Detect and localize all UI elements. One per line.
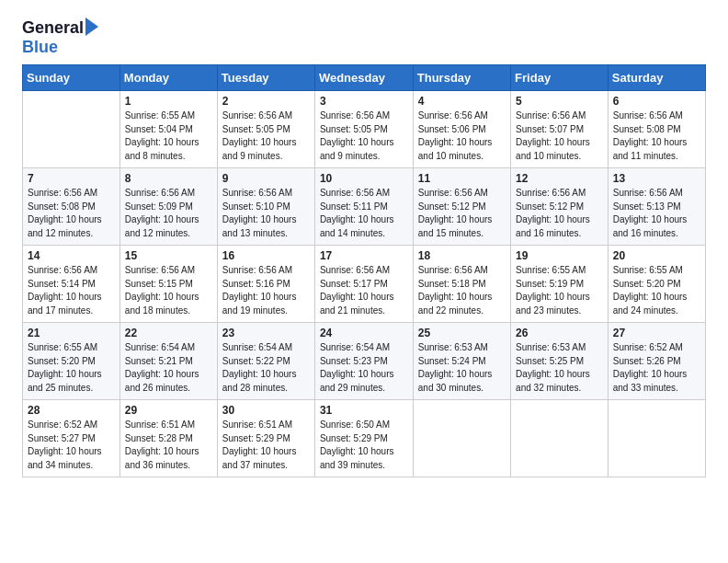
day-info: Sunrise: 6:56 AMSunset: 5:06 PMDaylight:… <box>418 109 506 163</box>
day-number: 14 <box>28 249 115 262</box>
calendar-cell: 8Sunrise: 6:56 AMSunset: 5:09 PMDaylight… <box>119 168 217 246</box>
calendar-cell: 13Sunrise: 6:56 AMSunset: 5:13 PMDayligh… <box>608 168 705 246</box>
day-info: Sunrise: 6:56 AMSunset: 5:05 PMDaylight:… <box>320 109 408 163</box>
calendar-cell: 22Sunrise: 6:54 AMSunset: 5:21 PMDayligh… <box>119 323 217 400</box>
calendar-day-header: Tuesday <box>217 65 314 91</box>
day-number: 9 <box>222 172 310 185</box>
calendar-cell: 30Sunrise: 6:51 AMSunset: 5:29 PMDayligh… <box>217 400 314 477</box>
day-number: 19 <box>516 249 603 262</box>
day-number: 24 <box>320 327 408 339</box>
calendar-cell: 25Sunrise: 6:53 AMSunset: 5:24 PMDayligh… <box>413 323 510 400</box>
day-number: 25 <box>418 327 506 339</box>
calendar-cell: 14Sunrise: 6:56 AMSunset: 5:14 PMDayligh… <box>23 246 120 323</box>
calendar-cell: 16Sunrise: 6:56 AMSunset: 5:16 PMDayligh… <box>217 246 314 323</box>
day-info: Sunrise: 6:55 AMSunset: 5:19 PMDaylight:… <box>516 264 603 317</box>
day-info: Sunrise: 6:54 AMSunset: 5:22 PMDaylight:… <box>222 341 310 395</box>
calendar-day-header: Wednesday <box>314 65 413 91</box>
day-number: 16 <box>222 249 310 262</box>
day-info: Sunrise: 6:56 AMSunset: 5:17 PMDaylight:… <box>320 264 408 317</box>
calendar-cell: 2Sunrise: 6:56 AMSunset: 5:05 PMDaylight… <box>217 91 314 168</box>
calendar-table: SundayMondayTuesdayWednesdayThursdayFrid… <box>22 64 706 477</box>
calendar-cell: 1Sunrise: 6:55 AMSunset: 5:04 PMDaylight… <box>119 91 217 168</box>
logo-arrow-icon <box>85 17 98 36</box>
calendar-cell <box>608 400 705 477</box>
day-info: Sunrise: 6:56 AMSunset: 5:05 PMDaylight:… <box>222 109 310 163</box>
day-info: Sunrise: 6:55 AMSunset: 5:20 PMDaylight:… <box>28 341 115 395</box>
day-number: 10 <box>320 172 408 185</box>
day-number: 22 <box>125 327 212 339</box>
day-number: 4 <box>418 95 506 108</box>
day-info: Sunrise: 6:51 AMSunset: 5:29 PMDaylight:… <box>222 419 310 472</box>
day-info: Sunrise: 6:55 AMSunset: 5:04 PMDaylight:… <box>125 109 212 163</box>
day-number: 27 <box>613 327 700 339</box>
calendar-cell: 10Sunrise: 6:56 AMSunset: 5:11 PMDayligh… <box>314 168 413 246</box>
day-number: 30 <box>222 404 310 417</box>
calendar-cell: 11Sunrise: 6:56 AMSunset: 5:12 PMDayligh… <box>413 168 510 246</box>
calendar-cell: 23Sunrise: 6:54 AMSunset: 5:22 PMDayligh… <box>217 323 314 400</box>
calendar-cell: 12Sunrise: 6:56 AMSunset: 5:12 PMDayligh… <box>511 168 609 246</box>
day-info: Sunrise: 6:54 AMSunset: 5:23 PMDaylight:… <box>320 341 408 395</box>
day-number: 8 <box>125 172 212 185</box>
calendar-day-header: Saturday <box>608 65 705 91</box>
day-info: Sunrise: 6:50 AMSunset: 5:29 PMDaylight:… <box>320 419 408 472</box>
calendar-day-header: Thursday <box>413 65 510 91</box>
day-info: Sunrise: 6:56 AMSunset: 5:12 PMDaylight:… <box>418 187 506 240</box>
day-info: Sunrise: 6:51 AMSunset: 5:28 PMDaylight:… <box>125 419 212 472</box>
calendar-week-row: 1Sunrise: 6:55 AMSunset: 5:04 PMDaylight… <box>23 91 706 168</box>
day-info: Sunrise: 6:56 AMSunset: 5:12 PMDaylight:… <box>516 187 603 240</box>
calendar-cell: 27Sunrise: 6:52 AMSunset: 5:26 PMDayligh… <box>608 323 705 400</box>
calendar-cell: 4Sunrise: 6:56 AMSunset: 5:06 PMDaylight… <box>413 91 510 168</box>
calendar-week-row: 14Sunrise: 6:56 AMSunset: 5:14 PMDayligh… <box>23 246 706 323</box>
calendar-cell <box>511 400 609 477</box>
calendar-cell <box>413 400 510 477</box>
day-info: Sunrise: 6:56 AMSunset: 5:08 PMDaylight:… <box>28 187 115 240</box>
day-info: Sunrise: 6:52 AMSunset: 5:27 PMDaylight:… <box>28 419 115 472</box>
day-info: Sunrise: 6:56 AMSunset: 5:15 PMDaylight:… <box>125 264 212 317</box>
day-number: 21 <box>28 327 115 339</box>
calendar-cell: 3Sunrise: 6:56 AMSunset: 5:05 PMDaylight… <box>314 91 413 168</box>
day-number: 15 <box>125 249 212 262</box>
day-number: 23 <box>222 327 310 339</box>
day-info: Sunrise: 6:56 AMSunset: 5:10 PMDaylight:… <box>222 187 310 240</box>
calendar-week-row: 28Sunrise: 6:52 AMSunset: 5:27 PMDayligh… <box>23 400 706 477</box>
day-info: Sunrise: 6:56 AMSunset: 5:18 PMDaylight:… <box>418 264 506 317</box>
day-number: 1 <box>125 95 212 108</box>
calendar-cell: 29Sunrise: 6:51 AMSunset: 5:28 PMDayligh… <box>119 400 217 477</box>
calendar-week-row: 7Sunrise: 6:56 AMSunset: 5:08 PMDaylight… <box>23 168 706 246</box>
day-info: Sunrise: 6:56 AMSunset: 5:14 PMDaylight:… <box>28 264 115 317</box>
day-info: Sunrise: 6:56 AMSunset: 5:08 PMDaylight:… <box>613 109 700 163</box>
calendar-cell: 15Sunrise: 6:56 AMSunset: 5:15 PMDayligh… <box>119 246 217 323</box>
calendar-week-row: 21Sunrise: 6:55 AMSunset: 5:20 PMDayligh… <box>23 323 706 400</box>
calendar-cell: 24Sunrise: 6:54 AMSunset: 5:23 PMDayligh… <box>314 323 413 400</box>
calendar-cell: 18Sunrise: 6:56 AMSunset: 5:18 PMDayligh… <box>413 246 510 323</box>
day-info: Sunrise: 6:56 AMSunset: 5:13 PMDaylight:… <box>613 187 700 240</box>
calendar-cell: 21Sunrise: 6:55 AMSunset: 5:20 PMDayligh… <box>23 323 120 400</box>
day-info: Sunrise: 6:53 AMSunset: 5:25 PMDaylight:… <box>516 341 603 395</box>
day-info: Sunrise: 6:56 AMSunset: 5:09 PMDaylight:… <box>125 187 212 240</box>
day-number: 20 <box>613 249 700 262</box>
calendar-cell: 19Sunrise: 6:55 AMSunset: 5:19 PMDayligh… <box>511 246 609 323</box>
day-number: 13 <box>613 172 700 185</box>
calendar-cell: 17Sunrise: 6:56 AMSunset: 5:17 PMDayligh… <box>314 246 413 323</box>
day-number: 26 <box>516 327 603 339</box>
logo: General Blue <box>22 18 98 57</box>
day-number: 28 <box>28 404 115 417</box>
calendar-cell: 6Sunrise: 6:56 AMSunset: 5:08 PMDaylight… <box>608 91 705 168</box>
day-number: 5 <box>516 95 603 108</box>
logo-blue-text: Blue <box>22 38 98 57</box>
day-number: 6 <box>613 95 700 108</box>
day-info: Sunrise: 6:56 AMSunset: 5:16 PMDaylight:… <box>222 264 310 317</box>
logo-general-text: General <box>22 18 84 38</box>
day-info: Sunrise: 6:56 AMSunset: 5:11 PMDaylight:… <box>320 187 408 240</box>
day-info: Sunrise: 6:56 AMSunset: 5:07 PMDaylight:… <box>516 109 603 163</box>
calendar-cell: 26Sunrise: 6:53 AMSunset: 5:25 PMDayligh… <box>511 323 609 400</box>
day-number: 7 <box>28 172 115 185</box>
day-number: 31 <box>320 404 408 417</box>
day-number: 3 <box>320 95 408 108</box>
calendar-cell: 7Sunrise: 6:56 AMSunset: 5:08 PMDaylight… <box>23 168 120 246</box>
day-number: 2 <box>222 95 310 108</box>
day-number: 11 <box>418 172 506 185</box>
calendar-header-row: SundayMondayTuesdayWednesdayThursdayFrid… <box>23 65 706 91</box>
calendar-cell: 28Sunrise: 6:52 AMSunset: 5:27 PMDayligh… <box>23 400 120 477</box>
calendar-cell: 31Sunrise: 6:50 AMSunset: 5:29 PMDayligh… <box>314 400 413 477</box>
